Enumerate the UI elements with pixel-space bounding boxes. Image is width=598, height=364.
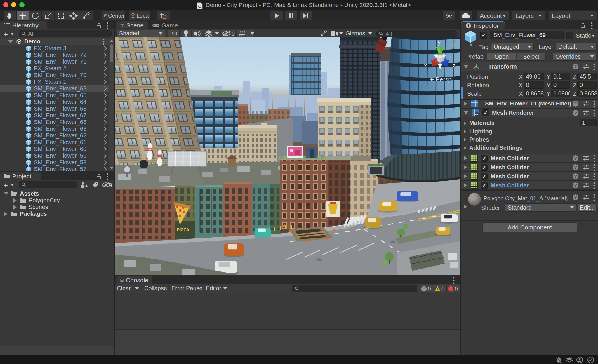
svg-text:x: x	[424, 62, 427, 68]
svg-text:?: ?	[574, 64, 577, 69]
svg-text:?: ?	[574, 156, 577, 161]
svg-text:y: y	[438, 40, 441, 46]
svg-text:?: ?	[574, 110, 577, 115]
svg-text:?: ?	[574, 101, 577, 106]
svg-text:?: ?	[574, 183, 577, 188]
svg-text:z: z	[453, 62, 456, 68]
svg-text:?: ?	[574, 165, 577, 170]
svg-text:Persp: Persp	[436, 76, 452, 83]
svg-text:?: ?	[574, 195, 577, 200]
svg-text:?: ?	[574, 174, 577, 179]
